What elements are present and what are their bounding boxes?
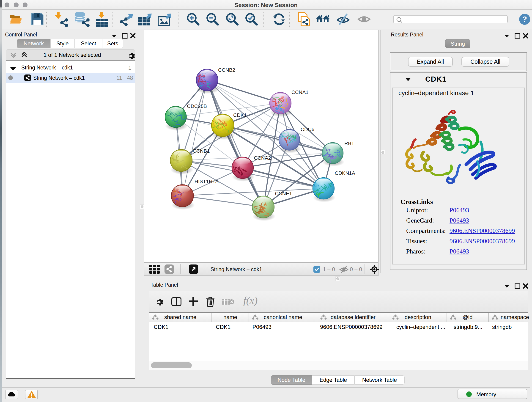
- svg-text:CDC6: CDC6: [301, 127, 314, 132]
- svg-text:CCNB2: CCNB2: [218, 67, 235, 73]
- svg-text:CDKN1A: CDKN1A: [335, 170, 355, 176]
- svg-text:CDC25B: CDC25B: [187, 103, 207, 109]
- svg-text:CDK1: CDK1: [233, 112, 247, 118]
- svg-text:HIST1H1A: HIST1H1A: [195, 179, 219, 184]
- svg-text:CCNB1: CCNB1: [193, 148, 210, 154]
- svg-text:CCNA1: CCNA1: [291, 89, 309, 95]
- svg-text:RB1: RB1: [344, 140, 354, 146]
- svg-text:CCNA2: CCNA2: [254, 155, 271, 161]
- svg-text:CCNE1: CCNE1: [275, 191, 292, 196]
- svg-text:?: ?: [522, 15, 527, 23]
